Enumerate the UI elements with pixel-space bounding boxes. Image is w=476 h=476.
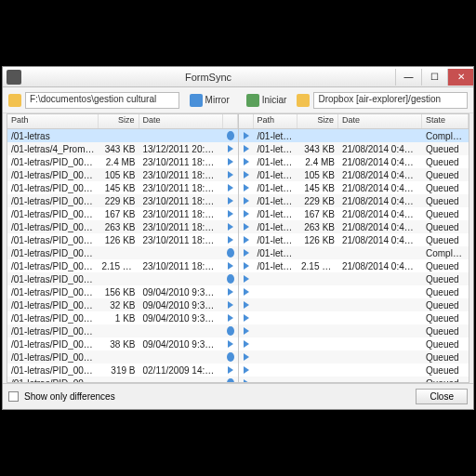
cell-date: 23/10/2011 18:36:41 xyxy=(139,261,223,271)
table-row[interactable]: /01-letras/PID_00152131-6.pdf126 KB23/10… xyxy=(7,233,238,246)
cell-path: /01-letras/PID_00152132/UOCMViewer/... xyxy=(7,352,99,363)
table-row[interactable]: /01-letras/PID_00152132/UOCMViewer/... xyxy=(7,377,238,382)
action-icon xyxy=(223,378,238,382)
cell-date: 09/04/2010 9:39:22 xyxy=(139,313,223,324)
show-diff-checkbox[interactable] xyxy=(8,391,19,402)
cell-size: 105 KB xyxy=(298,170,338,180)
table-row[interactable]: /01-letras xyxy=(7,129,238,142)
action-icon xyxy=(239,210,254,218)
col-date[interactable]: Date xyxy=(338,114,422,128)
minimize-button[interactable]: — xyxy=(395,69,421,86)
cell-state: Queued xyxy=(422,378,469,383)
right-header[interactable]: Path Size Date State xyxy=(239,114,469,129)
right-path-input[interactable]: Dropbox [air-explorer]/gestion xyxy=(313,92,468,109)
cell-path: /01-letras/PID_00152132.zip xyxy=(7,261,99,271)
table-row[interactable]: Queued xyxy=(239,298,469,311)
table-row[interactable]: Queued xyxy=(239,337,469,350)
table-row[interactable]: /01-letras/PID_00152131-0.pdf2.4 MB23/10… xyxy=(7,155,238,168)
col-size[interactable]: Size xyxy=(298,114,338,128)
cell-date: 09/04/2010 9:39:16 xyxy=(139,339,223,350)
table-row[interactable]: Queued xyxy=(239,350,469,364)
cell-date: 21/08/2014 0:49:15 xyxy=(338,170,422,180)
cell-size: 145 KB xyxy=(99,183,139,193)
table-row[interactable]: Queued xyxy=(239,377,469,382)
table-row[interactable]: /01-letras/PID_00152132/UOCMViewer/...38… xyxy=(7,337,238,350)
close-window-button[interactable]: ✕ xyxy=(447,69,473,86)
col-state[interactable]: State xyxy=(422,114,469,128)
table-row[interactable]: /01-letras/PID_00152132.zip2.15 MB21/08/… xyxy=(239,259,469,272)
start-button[interactable]: Iniciar xyxy=(240,91,294,110)
cell-date: 21/08/2014 0:49:15 xyxy=(338,235,422,245)
left-header[interactable]: Path Size Date xyxy=(7,114,238,129)
col-size[interactable]: Size xyxy=(99,114,139,128)
table-row[interactable]: /01-letras/PID_00152132 xyxy=(7,246,238,259)
action-icon xyxy=(223,158,238,165)
cell-path: /01-letras xyxy=(7,131,99,141)
cell-size: 156 KB xyxy=(99,287,139,298)
table-row[interactable]: Queued xyxy=(239,285,469,298)
table-row[interactable]: /01-letras/PID_00152131-6.pdf126 KB21/08… xyxy=(239,233,469,246)
cell-date: 23/10/2011 18:44:13 xyxy=(139,209,223,219)
table-row[interactable]: /01-letras/PID_00152131-2.pdf145 KB23/10… xyxy=(7,181,238,194)
action-icon xyxy=(223,326,238,336)
table-row[interactable]: /01-letras/PID_00152131-3.pdf229 KB23/10… xyxy=(7,194,238,207)
table-row[interactable]: /01-letras/PID_00152131-3.pdf229 KB21/08… xyxy=(239,194,469,207)
folder-icon[interactable] xyxy=(8,94,21,107)
table-row[interactable]: /01-letras/4_Promoción_del_libro_y_la_le… xyxy=(7,142,238,155)
left-path-input[interactable]: F:\documentos\gestion cultural xyxy=(25,92,179,109)
table-row[interactable]: /01-letras/PID_00152132/cls/index.js156 … xyxy=(7,285,238,298)
cell-state: Queued xyxy=(422,261,469,271)
maximize-button[interactable]: ☐ xyxy=(421,69,447,86)
table-row[interactable]: /01-letras/PID_00152132/Imsmanifest.xml3… xyxy=(7,298,238,311)
action-icon xyxy=(239,236,254,244)
table-row[interactable]: /01-letras/PID_00152132/Index.html1 KB09… xyxy=(7,311,238,324)
cell-path: /01-letras/PID_00152131-1.pdf xyxy=(254,170,298,180)
cell-path: /01-letras/4_Promoción_del_libro_y_la_le… xyxy=(254,144,298,154)
table-row[interactable]: /01-letras/PID_00152131-2.pdf145 KB21/08… xyxy=(239,181,469,194)
table-row[interactable]: /01-letras/PID_00152132/UOCMViewer xyxy=(7,324,238,337)
table-row[interactable]: /01-letras/PID_00152131-5.pdf263 KB21/08… xyxy=(239,220,469,233)
col-action[interactable] xyxy=(223,114,238,128)
cell-path: /01-letras/PID_00152132 xyxy=(254,248,298,258)
table-row[interactable]: /01-letras/PID_00152131-1.pdf105 KB21/08… xyxy=(239,168,469,181)
cell-date: 21/08/2014 0:49:15 xyxy=(338,222,422,232)
table-row[interactable]: Queued xyxy=(239,311,469,324)
table-row[interactable]: /01-letras/PID_00152132.zip2.15 MB23/10/… xyxy=(7,259,238,272)
table-row[interactable]: /01-letras/PID_00152131-5.pdf263 KB23/10… xyxy=(7,220,238,233)
action-icon xyxy=(223,171,238,178)
left-rows[interactable]: /01-letras/01-letras/4_Promoción_del_lib… xyxy=(7,129,238,382)
cell-state: Queued xyxy=(422,222,469,232)
col-path[interactable]: Path xyxy=(254,114,298,128)
table-row[interactable]: /01-letras/PID_00152132/UOCMViewer/...31… xyxy=(7,364,238,377)
cell-path: /01-letras/PID_00152132/UOCMViewer/... xyxy=(7,339,99,350)
col-date[interactable]: Date xyxy=(139,114,223,128)
table-row[interactable]: /01-letras/PID_00152132/cls xyxy=(7,272,238,285)
titlebar[interactable]: FormSync — ☐ ✕ xyxy=(3,67,473,87)
mirror-button[interactable]: Mirror xyxy=(183,91,236,110)
close-button[interactable]: Close xyxy=(416,389,468,404)
table-row[interactable]: Queued xyxy=(239,272,469,285)
cell-date: 21/08/2014 0:49:15 xyxy=(338,261,422,271)
col-action[interactable] xyxy=(239,114,254,128)
cell-path: /01-letras/PID_00152131-3.pdf xyxy=(7,196,99,206)
cell-size: 263 KB xyxy=(99,222,139,232)
table-row[interactable]: /01-letras/PID_00152131-4.pdf167 KB21/08… xyxy=(239,207,469,220)
table-row[interactable]: /01-letras/PID_00152131-0.pdf2.4 MB21/08… xyxy=(239,155,469,168)
folder-icon[interactable] xyxy=(297,94,310,107)
table-row[interactable]: /01-letras/PID_00152131-4.pdf167 KB23/10… xyxy=(7,207,238,220)
cell-date: 23/10/2011 18:43:11 xyxy=(139,183,223,193)
table-row[interactable]: Queued xyxy=(239,364,469,377)
cell-path: /01-letras/PID_00152131-5.pdf xyxy=(7,222,99,232)
table-row[interactable]: /01-letras/PID_00152131-1.pdf105 KB23/10… xyxy=(7,168,238,181)
table-row[interactable]: /01-letras/PID_00152132Completed xyxy=(239,246,469,259)
cell-size: 38 KB xyxy=(99,339,139,350)
table-row[interactable]: /01-letras/PID_00152132/UOCMViewer/... xyxy=(7,350,238,364)
cell-date: 21/08/2014 0:49:15 xyxy=(338,144,422,154)
cell-size: 319 B xyxy=(99,365,139,376)
col-path[interactable]: Path xyxy=(7,114,99,128)
right-rows[interactable]: /01-letrasCompleted/01-letras/4_Promoció… xyxy=(239,129,469,382)
table-row[interactable]: /01-letrasCompleted xyxy=(239,129,469,142)
cell-size: 229 KB xyxy=(298,196,338,206)
table-row[interactable]: Queued xyxy=(239,324,469,337)
table-row[interactable]: /01-letras/4_Promoción_del_libro_y_la_le… xyxy=(239,142,469,155)
